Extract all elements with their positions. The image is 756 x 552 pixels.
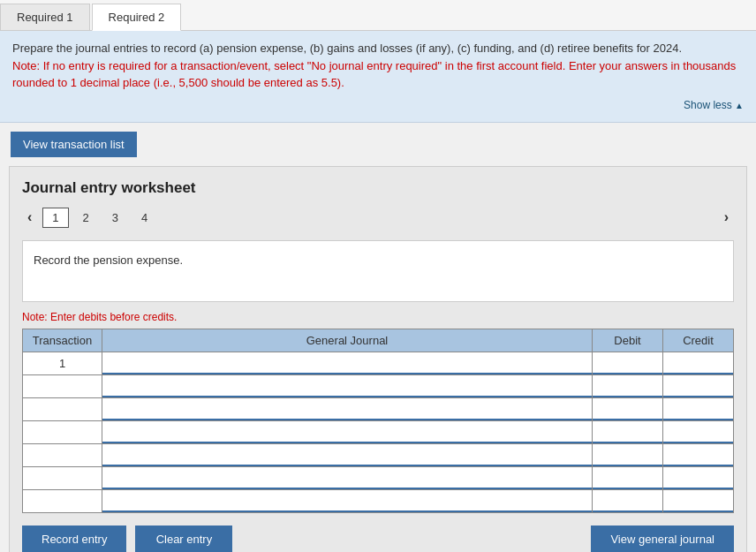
page-3[interactable]: 3 <box>103 208 127 227</box>
row-3-debit[interactable] <box>593 397 663 420</box>
row-4-journal[interactable] <box>102 420 593 443</box>
row-6-transaction <box>23 466 102 489</box>
table-row: 1 <box>23 352 734 374</box>
row-6-credit-input[interactable] <box>663 467 733 489</box>
page-2[interactable]: 2 <box>74 208 98 227</box>
instructions-main: Prepare the journal entries to record (a… <box>12 42 682 55</box>
row-5-journal-input[interactable] <box>102 444 592 466</box>
note-debits: Note: Enter debits before credits. <box>22 311 734 323</box>
description-text: Record the pension expense. <box>34 253 183 267</box>
row-2-credit-input[interactable] <box>663 375 733 397</box>
record-entry-button[interactable]: Record entry <box>22 526 126 553</box>
row-2-journal-input[interactable] <box>102 375 592 397</box>
show-less-arrow-icon: ▲ <box>735 101 744 110</box>
row-6-journal-input[interactable] <box>102 467 592 489</box>
row-4-transaction <box>23 420 102 443</box>
row-6-credit[interactable] <box>663 466 734 489</box>
table-row <box>23 443 734 466</box>
col-header-journal: General Journal <box>102 329 593 352</box>
row-7-journal[interactable] <box>102 489 593 512</box>
col-header-debit: Debit <box>593 329 663 352</box>
page-nav: ‹ 1 2 3 4 › <box>22 208 734 228</box>
row-6-debit[interactable] <box>593 466 663 489</box>
row-3-credit-input[interactable] <box>663 398 733 420</box>
table-row <box>23 466 734 489</box>
tab-required-2[interactable]: Required 2 <box>92 4 182 31</box>
row-2-credit[interactable] <box>663 374 734 397</box>
row-1-debit-input[interactable] <box>593 352 662 374</box>
row-1-journal-input[interactable] <box>102 352 592 374</box>
table-row <box>23 374 734 397</box>
view-transaction-button[interactable]: View transaction list <box>11 132 137 157</box>
table-row <box>23 489 734 512</box>
row-4-debit-input[interactable] <box>593 421 662 443</box>
tab-bar: Required 1 Required 2 <box>0 0 756 31</box>
row-6-debit-input[interactable] <box>593 467 662 489</box>
row-4-journal-input[interactable] <box>102 421 592 443</box>
journal-table: Transaction General Journal Debit Credit… <box>22 329 734 513</box>
button-row: Record entry Clear entry View general jo… <box>22 526 734 553</box>
row-5-journal[interactable] <box>102 443 593 466</box>
worksheet-container: Journal entry worksheet ‹ 1 2 3 4 › Reco… <box>9 166 747 553</box>
prev-page-arrow[interactable]: ‹ <box>22 208 37 227</box>
row-3-credit[interactable] <box>663 397 734 420</box>
row-2-debit[interactable] <box>593 374 663 397</box>
row-7-debit-input[interactable] <box>593 490 662 512</box>
view-general-journal-button[interactable]: View general journal <box>591 526 734 553</box>
row-5-transaction <box>23 443 102 466</box>
row-7-journal-input[interactable] <box>102 490 592 512</box>
table-row <box>23 397 734 420</box>
tab-required-1[interactable]: Required 1 <box>0 4 90 30</box>
instructions-box: Prepare the journal entries to record (a… <box>0 31 756 123</box>
row-3-debit-input[interactable] <box>593 398 662 420</box>
row-6-journal[interactable] <box>102 466 593 489</box>
worksheet-title: Journal entry worksheet <box>22 179 734 197</box>
row-4-credit[interactable] <box>663 420 734 443</box>
row-2-transaction <box>23 374 102 397</box>
row-3-transaction <box>23 397 102 420</box>
description-box: Record the pension expense. <box>22 240 734 302</box>
page-4[interactable]: 4 <box>132 208 156 227</box>
row-5-debit-input[interactable] <box>593 444 662 466</box>
row-7-debit[interactable] <box>593 489 663 512</box>
row-2-journal[interactable] <box>102 374 593 397</box>
row-3-journal-input[interactable] <box>102 398 592 420</box>
row-7-transaction <box>23 489 102 512</box>
row-1-transaction: 1 <box>23 352 102 374</box>
row-7-credit-input[interactable] <box>663 490 733 512</box>
row-2-debit-input[interactable] <box>593 375 662 397</box>
row-5-credit[interactable] <box>663 443 734 466</box>
next-page-arrow[interactable]: › <box>719 208 734 227</box>
row-1-credit-input[interactable] <box>663 352 733 374</box>
row-7-credit[interactable] <box>663 489 734 512</box>
row-5-credit-input[interactable] <box>663 444 733 466</box>
table-row <box>23 420 734 443</box>
row-4-debit[interactable] <box>593 420 663 443</box>
row-1-journal[interactable] <box>102 352 593 374</box>
row-5-debit[interactable] <box>593 443 663 466</box>
row-1-debit[interactable] <box>593 352 663 374</box>
col-header-transaction: Transaction <box>23 329 102 352</box>
row-4-credit-input[interactable] <box>663 421 733 443</box>
clear-entry-button[interactable]: Clear entry <box>135 526 232 553</box>
show-less-link[interactable]: Show less <box>684 99 732 111</box>
col-header-credit: Credit <box>663 329 734 352</box>
row-1-credit[interactable] <box>663 352 734 374</box>
page-1[interactable]: 1 <box>42 208 68 228</box>
row-3-journal[interactable] <box>102 397 593 420</box>
instructions-note: Note: If no entry is required for a tran… <box>12 59 736 90</box>
